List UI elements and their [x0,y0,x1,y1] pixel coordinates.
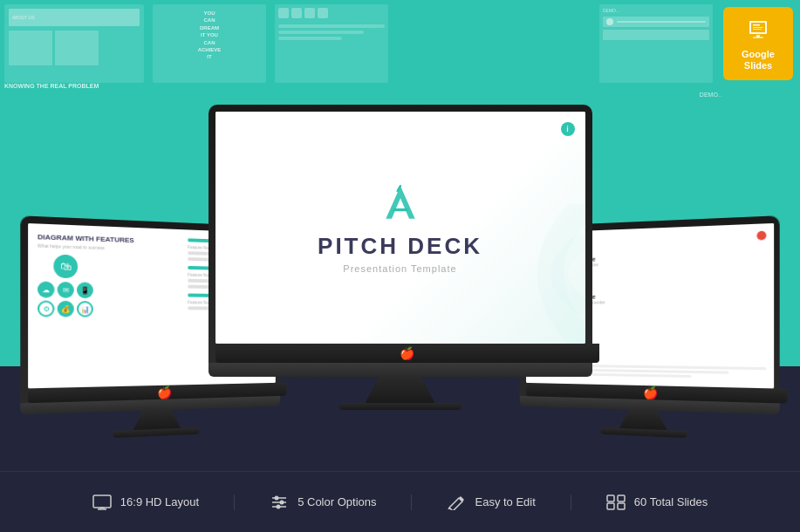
color-options-label: 5 Color Options [297,495,376,508]
hd-layout-label: 16:9 HD Layout [120,495,199,508]
right-dot [756,231,766,241]
google-slides-label: GoogleSlides [735,49,781,72]
pitch-logo-icon [379,182,422,226]
info-dot: i [561,122,575,136]
monitors-container: DIAGRAM WITH FEATURES What helps your ro… [0,17,800,471]
apple-logo-right: 🍎 [643,385,658,399]
svg-point-17 [280,500,284,504]
svg-point-19 [277,504,281,508]
apple-logo-left: 🍎 [157,385,172,399]
monitor-icon [92,494,112,510]
feature-easy-edit: Easy to Edit [412,494,571,510]
monitor-center: i PITCH DECK [209,105,592,410]
svg-rect-23 [618,503,625,509]
monitor-center-screen: i PITCH DECK [215,112,585,344]
svg-rect-7 [753,37,763,38]
svg-rect-20 [607,495,614,501]
grid-icon [606,494,626,510]
svg-rect-4 [753,27,763,28]
monitor-center-chin [209,363,592,377]
monitor-center-stand [366,377,435,403]
feature-icon-large: 🛍 [53,255,78,279]
svg-rect-5 [753,29,762,30]
total-slides-label: 60 Total Slides [634,495,708,508]
feature-hd-layout: 16:9 HD Layout [58,494,235,510]
pencil-icon [447,494,466,510]
monitor-center-base [339,403,462,410]
svg-rect-3 [753,24,760,26]
monitor-center-bottom: 🍎 [215,344,599,363]
google-slides-badge: GoogleSlides [723,7,793,80]
center-screen-content: i PITCH DECK [215,112,585,344]
svg-rect-22 [607,503,614,509]
svg-rect-21 [618,495,625,501]
apple-logo-center: 🍎 [400,346,414,360]
monitor-center-frame: i PITCH DECK [209,105,592,363]
sliders-icon [270,494,289,510]
svg-rect-12 [93,495,111,508]
google-slides-icon [735,16,781,45]
feature-color-options: 5 Color Options [235,494,412,510]
features-bar: 16:9 HD Layout 5 Color Options Easy to E… [0,471,800,532]
feature-total-slides: 60 Total Slides [571,494,742,510]
monitor-left-stand [133,409,181,430]
decorative-curves [446,204,585,344]
pitch-subtitle: Presentation Template [343,263,456,274]
monitor-right-stand [619,409,667,430]
easy-edit-label: Easy to Edit [475,495,535,508]
svg-point-15 [275,495,279,500]
